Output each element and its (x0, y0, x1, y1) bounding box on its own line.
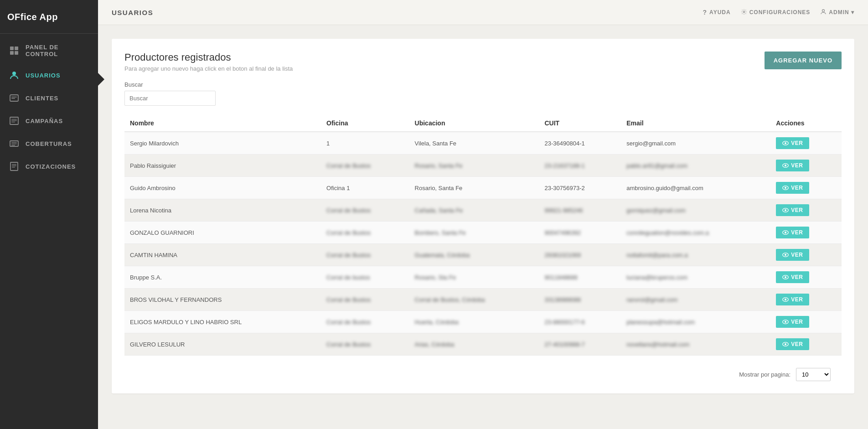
users-table: Nombre Oficina Ubicacion CUIT Email Acci… (124, 115, 842, 393)
svg-rect-0 (10, 47, 14, 50)
sidebar-item-cotizaciones[interactable]: COTIZACIONES (0, 155, 98, 178)
ver-button[interactable]: VER (776, 137, 809, 149)
cell-nombre: Bruppe S.A. (124, 266, 321, 289)
card-title: Productores registrados (124, 52, 293, 63)
cell-nombre: CAMTIN HAMINA (124, 244, 321, 266)
svg-point-21 (822, 9, 825, 11)
sidebar-item-panel[interactable]: PANEL DE CONTROL (0, 37, 98, 64)
cotizaciones-icon (9, 161, 19, 171)
cell-acciones: VER (770, 177, 842, 199)
search-section: Buscar (124, 81, 842, 115)
table-row: BROS VILOHAL Y FERNANDORS Corral de Bust… (124, 289, 842, 311)
card-subtitle: Para agregar uno nuevo haga click en el … (124, 65, 293, 72)
ver-button[interactable]: VER (776, 294, 809, 305)
cell-cuit: 99921-985246 (539, 199, 621, 222)
cell-ubicacion: Vilela, Santa Fe (409, 132, 539, 155)
settings-button[interactable]: CONFIGURACIONES (741, 9, 811, 16)
sidebar-item-clientes-label: CLIENTES (26, 95, 58, 102)
cell-acciones: VER (770, 333, 842, 356)
svg-point-4 (12, 72, 16, 75)
table-row: Lorena Nicotina Corral de Bustos Cañada,… (124, 199, 842, 222)
ver-button[interactable]: VER (776, 338, 809, 350)
cell-cuit: 23-30756973-2 (539, 177, 621, 199)
table-row: Sergio Milardovich 1 Vilela, Santa Fe 23… (124, 132, 842, 155)
help-button[interactable]: ? AYUDA (703, 9, 731, 16)
cell-oficina: Corral de bustos (321, 266, 409, 289)
topbar: USUARIOS ? AYUDA CONFIGURACIONES ADMIN ▾ (98, 0, 868, 25)
ver-button[interactable]: VER (776, 316, 809, 328)
cell-ubicacion: Rosario, Santa Fe (409, 177, 539, 199)
ver-button[interactable]: VER (776, 160, 809, 171)
ver-button[interactable]: VER (776, 182, 809, 194)
usuarios-icon (9, 70, 19, 80)
sidebar-item-campanas[interactable]: CAMPAÑAS (0, 109, 98, 132)
search-input[interactable] (124, 91, 216, 106)
cell-ubicacion: Corral de Bustos, Córdoba (409, 289, 539, 311)
table-row: GONZALO GUARNIORI Corral de Bustos Bombe… (124, 222, 842, 244)
svg-point-25 (785, 165, 786, 166)
table-row: CAMTIN HAMINA Corral de Bustos Guatemala… (124, 244, 842, 266)
ver-button[interactable]: VER (776, 227, 809, 238)
sidebar-item-campanas-label: CAMPAÑAS (26, 118, 63, 124)
svg-point-27 (785, 187, 786, 189)
sidebar-item-usuarios-label: USUARIOS (26, 72, 61, 79)
content-area: Productores registrados Para agregar uno… (98, 25, 868, 429)
ver-button[interactable]: VER (776, 204, 809, 216)
cell-cuit: 9011848688 (539, 266, 621, 289)
col-acciones: Acciones (770, 115, 842, 132)
cell-nombre: BROS VILOHAL Y FERNANDORS (124, 289, 321, 311)
ver-button[interactable]: VER (776, 271, 809, 283)
cell-email: gorniquez@gmail.com (621, 199, 770, 222)
cell-ubicacion: Huerta, Córdoba (409, 311, 539, 333)
sidebar-item-usuarios[interactable]: USUARIOS (0, 64, 98, 87)
svg-rect-16 (10, 162, 18, 171)
sidebar-item-coberturas[interactable]: COBERTURAS (0, 132, 98, 155)
cell-nombre: Sergio Milardovich (124, 132, 321, 155)
per-page-select[interactable]: 10 25 50 100 (796, 368, 831, 381)
panel-icon (9, 46, 19, 56)
svg-rect-2 (10, 51, 14, 55)
cell-acciones: VER (770, 155, 842, 177)
col-ubicacion: Ubicacion (409, 115, 539, 132)
help-label: AYUDA (709, 9, 731, 16)
cell-oficina: Corral de Bustos (321, 311, 409, 333)
admin-button[interactable]: ADMIN ▾ (820, 9, 854, 16)
svg-rect-14 (11, 144, 17, 144)
cell-cuit: 90047496392 (539, 222, 621, 244)
cell-oficina: 1 (321, 132, 409, 155)
sidebar-arrow (98, 73, 104, 86)
svg-rect-11 (11, 122, 15, 122)
cell-email: luciana@bruperos.com (621, 266, 770, 289)
table-footer: Mostrar por pagina: 10 25 50 100 (124, 356, 842, 394)
coberturas-icon (9, 139, 19, 149)
table-row: Bruppe S.A. Corral de bustos Rosario, St… (124, 266, 842, 289)
card-header: Productores registrados Para agregar uno… (124, 52, 842, 72)
ver-button[interactable]: VER (776, 249, 809, 261)
cell-nombre: Lorena Nicotina (124, 199, 321, 222)
sidebar-item-coberturas-label: COBERTURAS (26, 140, 72, 147)
cell-oficina: Corral de Bustos (321, 222, 409, 244)
cell-cuit: 23-21637188-1 (539, 155, 621, 177)
cell-email: planessupa@hotmail.com (621, 311, 770, 333)
sidebar-item-clientes[interactable]: CLIENTES (0, 87, 98, 109)
sidebar-item-panel-label: PANEL DE CONTROL (26, 44, 89, 57)
user-icon (820, 9, 827, 16)
sidebar-nav: PANEL DE CONTROL USUARIOS CLIENTES (0, 34, 98, 178)
svg-rect-3 (15, 51, 18, 55)
cell-cuit: 23-36490804-1 (539, 132, 621, 155)
svg-rect-1 (15, 47, 18, 50)
cell-acciones: VER (770, 289, 842, 311)
cell-email: connileguation@novides.com.a (621, 222, 770, 244)
cell-cuit: 33138989088 (539, 289, 621, 311)
per-page-label: Mostrar por pagina: (739, 371, 790, 378)
cell-acciones: VER (770, 244, 842, 266)
cell-email: novellans@hotmail.com (621, 333, 770, 356)
cell-email: pablo.ar81@gmail.com (621, 155, 770, 177)
add-new-button[interactable]: AGREGAR NUEVO (765, 52, 842, 69)
card-header-text: Productores registrados Para agregar uno… (124, 52, 293, 72)
svg-point-37 (785, 299, 786, 300)
svg-point-39 (785, 321, 786, 323)
search-label: Buscar (124, 81, 842, 88)
page-title: USUARIOS (112, 9, 153, 16)
help-icon: ? (703, 9, 708, 16)
